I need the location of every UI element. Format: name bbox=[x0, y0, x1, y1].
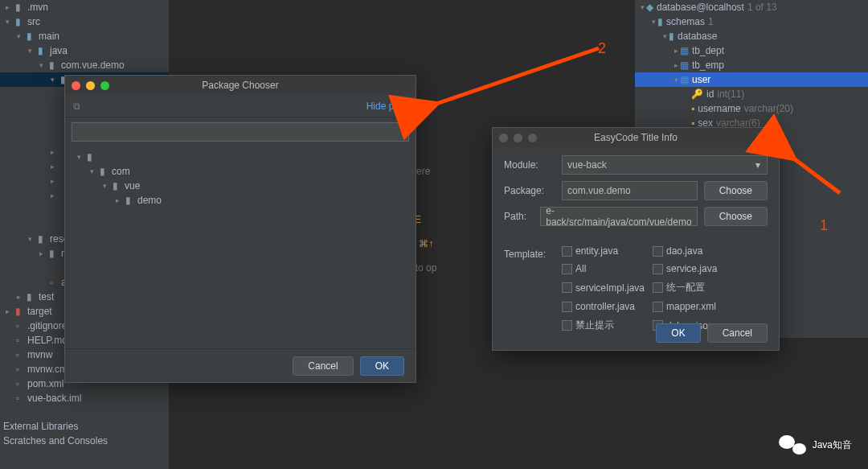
db-tree-item[interactable]: ▪usernamevarchar(20) bbox=[635, 101, 868, 116]
scratches-consoles[interactable]: Scratches and Consoles bbox=[3, 435, 108, 446]
package-input[interactable]: com.vue.demo bbox=[562, 181, 698, 200]
package-tree-item[interactable]: ▾▮vue bbox=[72, 179, 409, 193]
template-checkbox[interactable]: entity.java bbox=[562, 244, 653, 258]
easycode-dialog: EasyCode Title Info Module: vue-back Pac… bbox=[492, 127, 780, 351]
dialog-title: EasyCode Title Info bbox=[594, 132, 678, 143]
module-label: Module: bbox=[504, 159, 562, 171]
db-tree-item[interactable]: ▾▮schemas1 bbox=[635, 14, 868, 29]
path-input[interactable]: e-back/src/main/java/com/vue/demo bbox=[540, 207, 697, 226]
template-checkbox[interactable]: mapper.xml bbox=[653, 299, 743, 314]
maximize-icon[interactable] bbox=[528, 134, 537, 142]
maximize-icon[interactable] bbox=[100, 81, 109, 90]
db-tree-item[interactable]: ▾▮database bbox=[635, 29, 868, 43]
db-tree-item[interactable]: ▸▦tb_emp bbox=[635, 58, 868, 72]
watermark-text: Java知音 bbox=[813, 438, 852, 452]
annotation-1: 1 bbox=[820, 217, 828, 234]
db-tree-item[interactable]: ▾◆database@localhost1 of 13 bbox=[635, 0, 868, 14]
db-tree-item[interactable]: ▸▦tb_dept bbox=[635, 43, 868, 58]
dialog-titlebar: EasyCode Title Info bbox=[493, 128, 779, 147]
dialog-title: Package Chooser bbox=[202, 80, 278, 91]
template-label: Template: bbox=[504, 249, 562, 260]
choose-package-button[interactable]: Choose bbox=[704, 181, 768, 200]
wechat-icon bbox=[779, 434, 806, 456]
template-checkbox[interactable]: 统一配置 bbox=[653, 279, 743, 296]
path-input[interactable] bbox=[72, 122, 409, 142]
watermark: Java知音 bbox=[779, 434, 852, 456]
external-libraries[interactable]: External Libraries bbox=[3, 421, 78, 432]
svg-line-0 bbox=[434, 48, 599, 105]
arrow-1 bbox=[784, 149, 848, 197]
tree-item[interactable]: ▾▮com.vue.demo bbox=[0, 58, 169, 72]
package-tree: ▾▮▾▮com▾▮vue▸▮demo bbox=[65, 146, 416, 211]
template-checkbox[interactable]: controller.java bbox=[562, 299, 653, 314]
choose-path-button[interactable]: Choose bbox=[704, 207, 768, 226]
new-folder-icon[interactable]: ⧉ bbox=[73, 101, 80, 112]
tree-item[interactable]: ▫vue-back.iml bbox=[0, 391, 169, 405]
package-chooser-dialog: Package Chooser ⧉ Hide path ▾▮▾▮com▾▮vue… bbox=[64, 75, 416, 383]
package-label: Package: bbox=[504, 185, 562, 196]
minimize-icon[interactable] bbox=[514, 134, 522, 142]
ok-button[interactable]: OK bbox=[656, 323, 700, 343]
package-tree-item[interactable]: ▸▮demo bbox=[72, 193, 409, 208]
template-checkbox[interactable]: All bbox=[562, 261, 653, 276]
tree-item[interactable]: ▾▮java bbox=[0, 43, 169, 58]
tree-item[interactable]: ▾▮src bbox=[0, 14, 169, 29]
template-checkbox[interactable]: serviceImpl.java bbox=[562, 279, 653, 296]
tree-item[interactable]: ▾▮main bbox=[0, 29, 169, 43]
svg-line-1 bbox=[792, 157, 840, 193]
cancel-button[interactable]: Cancel bbox=[293, 356, 353, 376]
minimize-icon[interactable] bbox=[86, 81, 95, 90]
close-icon[interactable] bbox=[72, 81, 80, 90]
db-tree-item[interactable]: ▾▦user bbox=[635, 72, 868, 87]
hide-path-link[interactable]: Hide path bbox=[366, 101, 407, 112]
ok-button[interactable]: OK bbox=[360, 356, 404, 376]
package-tree-item[interactable]: ▾▮com bbox=[72, 164, 409, 179]
template-checkbox[interactable]: dao.java bbox=[653, 244, 743, 258]
dialog-titlebar: Package Chooser bbox=[65, 76, 416, 95]
cancel-button[interactable]: Cancel bbox=[707, 323, 768, 343]
module-select[interactable]: vue-back bbox=[562, 155, 768, 175]
close-icon[interactable] bbox=[499, 134, 508, 142]
template-checkbox[interactable]: service.java bbox=[653, 261, 743, 276]
tree-item[interactable]: ▸▮.mvn bbox=[0, 0, 169, 14]
arrow-2 bbox=[422, 44, 607, 117]
db-tree-item[interactable]: 🔑idint(11) bbox=[635, 87, 868, 101]
package-tree-item[interactable]: ▾▮ bbox=[72, 150, 409, 164]
dialog-toolbar: ⧉ Hide path bbox=[65, 95, 416, 117]
annotation-2: 2 bbox=[598, 40, 606, 57]
path-label: Path: bbox=[504, 211, 540, 222]
